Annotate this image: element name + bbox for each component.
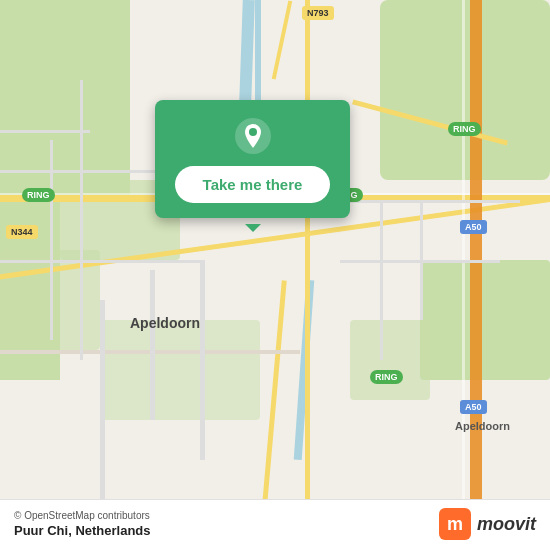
- moovit-logo: m moovit: [439, 508, 536, 540]
- ring-badge-se: RING: [370, 370, 403, 384]
- road-v4: [380, 200, 383, 360]
- road-ns-1: [305, 0, 310, 550]
- osm-credit: © OpenStreetMap contributors: [14, 510, 151, 521]
- moovit-text: moovit: [477, 514, 536, 535]
- n344-badge: N344: [6, 225, 38, 239]
- green-area-s: [100, 320, 260, 420]
- location-pin-icon: [235, 118, 271, 154]
- n793-badge: N793: [302, 6, 334, 20]
- road-a50-line: [462, 0, 465, 550]
- ring-badge-w: RING: [22, 188, 55, 202]
- canal-north2: [255, 0, 261, 110]
- bottom-bar: © OpenStreetMap contributors Puur Chi, N…: [0, 499, 550, 550]
- road-v5: [420, 200, 423, 320]
- a50-badge-1: A50: [460, 220, 487, 234]
- map-popup: Take me there: [155, 100, 350, 218]
- svg-text:m: m: [447, 514, 463, 534]
- map-container: RING RING RING RING N344 A50 A50 N793 Ap…: [0, 0, 550, 550]
- road-v7: [80, 80, 83, 360]
- bottom-left-info: © OpenStreetMap contributors Puur Chi, N…: [14, 510, 151, 538]
- road-h6: [0, 130, 90, 133]
- road-v1: [100, 300, 105, 500]
- svg-point-1: [249, 128, 257, 136]
- take-me-there-button[interactable]: Take me there: [175, 166, 331, 203]
- road-h5: [0, 170, 180, 173]
- green-area-ne: [380, 0, 550, 180]
- ring-badge-ne: RING: [448, 122, 481, 136]
- location-name: Puur Chi, Netherlands: [14, 523, 151, 538]
- road-h2: [0, 260, 200, 263]
- road-v2: [150, 270, 155, 420]
- green-area-e: [420, 260, 550, 380]
- moovit-icon: m: [439, 508, 471, 540]
- road-a50: [470, 0, 482, 550]
- green-area-se: [350, 320, 430, 400]
- road-v3: [200, 260, 205, 460]
- a50-badge-2: A50: [460, 400, 487, 414]
